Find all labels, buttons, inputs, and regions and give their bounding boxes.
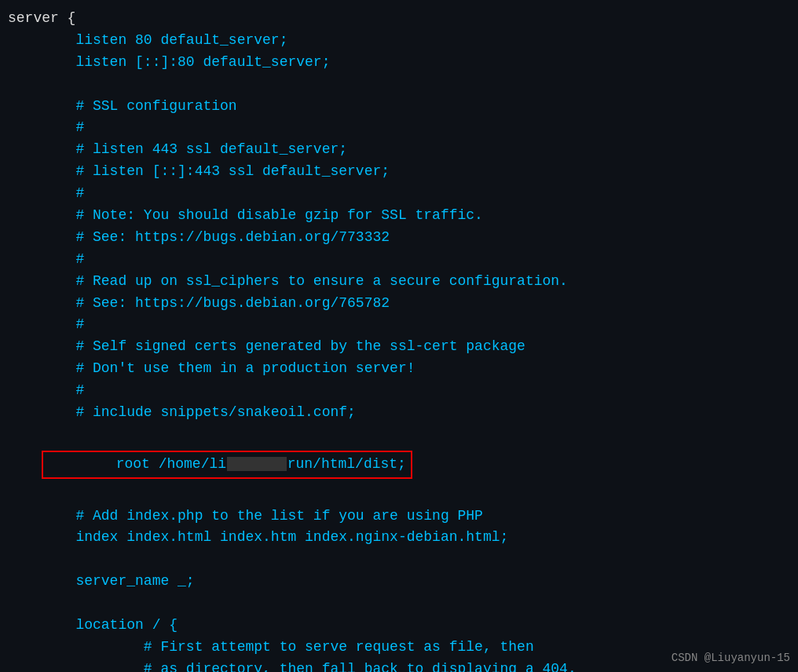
line-3: listen [::]:80 default_server; (8, 52, 790, 74)
line-13: # Read up on ssl_ciphers to ensure a sec… (8, 271, 790, 293)
line-2: listen 80 default_server; (8, 30, 790, 52)
line-8: # listen [::]:443 ssl default_server; (8, 161, 790, 183)
code-block: server { listen 80 default_server; liste… (0, 0, 798, 672)
line-22 (8, 549, 790, 571)
line-5: # SSL configuration (8, 96, 790, 118)
root-highlighted: root /home/li run/html/dist; (42, 451, 412, 479)
line-19: # include snippets/snakeoil.conf; (8, 402, 790, 424)
line-14: # See: https://bugs.debian.org/765782 (8, 293, 790, 315)
line-20: # Add index.php to the list if you are u… (8, 506, 790, 528)
line-10: # Note: You should disable gzip for SSL … (8, 205, 790, 227)
line-12: # (8, 249, 790, 271)
line-16: # Self signed certs generated by the ssl… (8, 336, 790, 358)
line-6: # (8, 117, 790, 139)
line-24 (8, 593, 790, 615)
line-23: server_name _; (8, 571, 790, 593)
line-7: # listen 443 ssl default_server; (8, 139, 790, 161)
root-line: root /home/li run/html/dist; (8, 427, 790, 502)
line-11: # See: https://bugs.debian.org/773332 (8, 227, 790, 249)
line-25: location / { (8, 615, 790, 637)
line-15: # (8, 314, 790, 336)
watermark: CSDN @Liuyanyun-15 (672, 652, 790, 664)
line-21: index index.html index.htm index.nginx-d… (8, 527, 790, 549)
line-9: # (8, 183, 790, 205)
redacted-text (227, 457, 287, 471)
line-1: server { (8, 8, 790, 30)
line-17: # Don't use them in a production server! (8, 358, 790, 380)
line-4 (8, 74, 790, 96)
line-18: # (8, 380, 790, 402)
